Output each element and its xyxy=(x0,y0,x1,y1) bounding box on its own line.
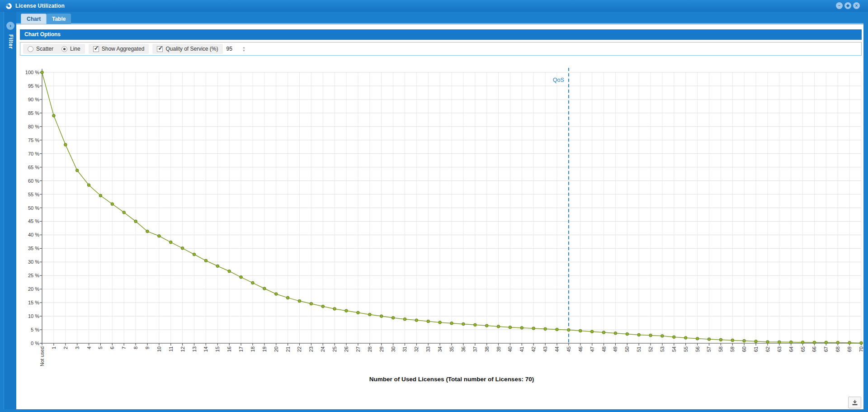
show-aggregated-group: ✓ Show Aggregated xyxy=(89,44,149,54)
tab-bar-underline xyxy=(16,23,863,24)
filter-panel-label: Filter xyxy=(8,34,14,49)
qos-value-input[interactable]: 95 xyxy=(226,46,236,52)
chart-options-header: Chart Options xyxy=(20,29,862,40)
scatter-radio[interactable] xyxy=(28,46,33,52)
quality-of-service-checkbox[interactable]: ✓ xyxy=(157,46,163,52)
quality-of-service-label[interactable]: Quality of Service (%) xyxy=(165,46,218,52)
spinner-up-icon[interactable]: ▲ xyxy=(243,47,245,48)
tab-chart[interactable]: Chart xyxy=(21,14,47,24)
expand-filter-icon[interactable]: › xyxy=(6,22,14,30)
tab-table[interactable]: Table xyxy=(47,14,71,24)
check-icon: ✓ xyxy=(158,45,163,52)
filter-panel-collapsed[interactable]: › Filter xyxy=(4,12,16,409)
show-aggregated-checkbox[interactable]: ✓ xyxy=(93,46,99,52)
content-panel xyxy=(16,24,863,409)
line-radio-label[interactable]: Line xyxy=(70,46,80,52)
minimize-button[interactable]: − xyxy=(836,2,843,9)
show-aggregated-label[interactable]: Show Aggregated xyxy=(102,46,145,52)
check-icon: ✓ xyxy=(94,45,99,52)
app-icon xyxy=(6,3,12,9)
maximize-button[interactable]: ◆ xyxy=(844,2,851,9)
scatter-radio-label[interactable]: Scatter xyxy=(36,46,53,52)
spinner-down-icon[interactable]: ▼ xyxy=(243,50,245,52)
close-button[interactable]: × xyxy=(853,2,860,9)
window-title: License Utilization xyxy=(15,3,65,9)
chart-options-toolbar: Scatter Line ✓ Show Aggregated ✓ Quality… xyxy=(20,42,862,56)
chart-type-group: Scatter Line xyxy=(23,44,85,54)
app-window: License Utilization − ◆ × › Filter Chart… xyxy=(0,0,868,412)
quality-of-service-group: ✓ Quality of Service (%) xyxy=(152,44,222,54)
download-chart-button[interactable] xyxy=(848,397,861,408)
title-bar: License Utilization − ◆ × xyxy=(0,0,868,12)
qos-spinner: ▲ ▼ xyxy=(243,47,245,52)
line-radio[interactable] xyxy=(61,46,67,52)
download-icon xyxy=(852,400,858,406)
